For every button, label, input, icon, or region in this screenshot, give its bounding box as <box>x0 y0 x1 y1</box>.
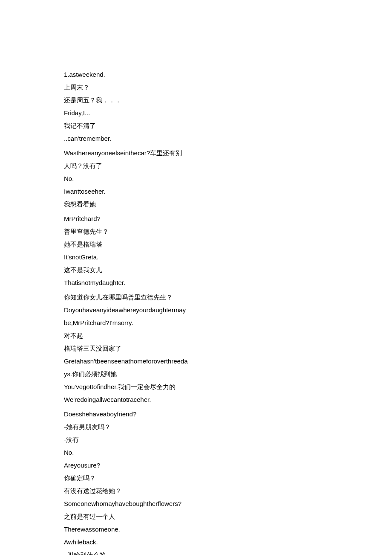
text-line: 还是周五？我．．． <box>64 94 328 107</box>
text-line: -没有 <box>64 433 328 446</box>
text-line: Doesshehaveaboyfriend? <box>64 408 328 421</box>
text-line: It'snotGreta. <box>64 251 328 264</box>
text-line: No. <box>64 172 328 185</box>
text-line: 上周末？ <box>64 81 328 94</box>
text-line: 人吗？没有了 <box>64 160 328 172</box>
text-line: Doyouhaveanyideawhereyourdaughtermay <box>64 304 328 317</box>
text-line: Thatisnotmydaughter. <box>64 276 328 289</box>
text-line: Iwanttoseeher. <box>64 185 328 198</box>
text-line: ys.你们必须找到她 <box>64 368 328 381</box>
text-line: 1.astweekend. <box>64 68 328 81</box>
text-content: 1.astweekend.上周末？还是周五？我．．．Friday,I...我记不… <box>64 68 328 555</box>
text-line: You'vegottofindher.我们一定会尽全力的 <box>64 381 328 393</box>
text-line: Areyousure? <box>64 459 328 472</box>
document-page: 1.astweekend.上周末？还是周五？我．．．Friday,I...我记不… <box>0 0 392 555</box>
text-line: be,MrPritchard?I'msorry. <box>64 317 328 329</box>
text-line: -她有男朋友吗？ <box>64 421 328 433</box>
text-line: 普里查德先生？ <box>64 225 328 238</box>
text-line: ..can'tremember. <box>64 132 328 145</box>
text-line: 这不是我女儿 <box>64 264 328 276</box>
text-line: 我想看看她 <box>64 198 328 211</box>
text-line: 我记不清了 <box>64 119 328 132</box>
text-line: No. <box>64 446 328 459</box>
text-line: Someonewhomayhaveboughtherflowers? <box>64 497 328 510</box>
text-line: 对不起 <box>64 329 328 342</box>
text-line: Awhileback. <box>64 536 328 549</box>
text-line: 你确定吗？ <box>64 472 328 485</box>
text-line: Friday,I... <box>64 107 328 119</box>
text-line: 她不是格瑞塔 <box>64 238 328 251</box>
text-line: MrPritchard? <box>64 212 328 225</box>
text-line: . 叫哈利什么的 <box>64 549 328 555</box>
text-line: Gretahasn'tbeenseenathomeforoverthreeda <box>64 355 328 368</box>
text-line: We'redoingallwecantotraceher. <box>64 393 328 406</box>
text-line: 你知道你女儿在哪里吗普里查德先生？ <box>64 291 328 304</box>
text-line: 格瑞塔三天没回家了 <box>64 342 328 355</box>
text-line: Wasthereanyoneelseinthecar?车里还有别 <box>64 147 328 160</box>
text-line: Therewassomeone. <box>64 523 328 536</box>
text-line: 有没有送过花给她？ <box>64 485 328 497</box>
text-line: 之前是有过一个人 <box>64 510 328 523</box>
